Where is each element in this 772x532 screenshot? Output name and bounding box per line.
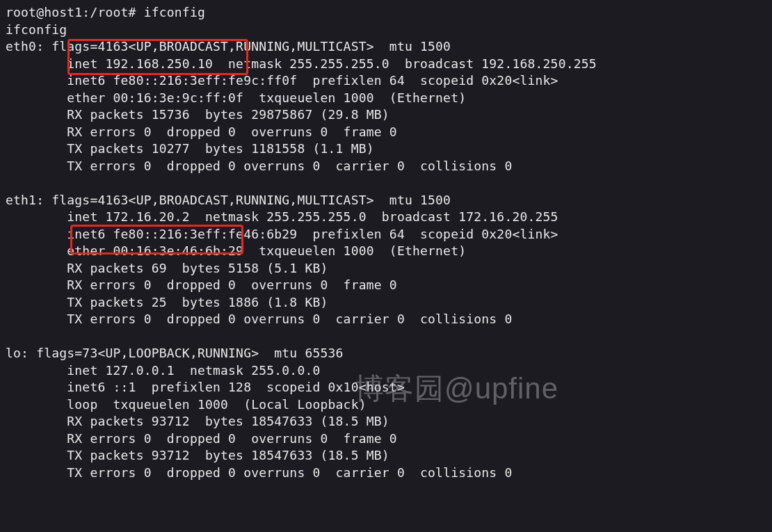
eth1-tx-errors: TX errors 0 dropped 0 overruns 0 carrier… [6,311,766,328]
lo-tx-packets: TX packets 93712 bytes 18547633 (18.5 MB… [6,447,766,465]
eth1-header: eth1: flags=4163<UP,BROADCAST,RUNNING,MU… [6,192,766,209]
lo-rx-packets: RX packets 93712 bytes 18547633 (18.5 MB… [6,413,766,430]
eth0-header: eth0: flags=4163<UP,BROADCAST,RUNNING,MU… [6,38,766,56]
eth1-inet: inet 172.16.20.2 netmask 255.255.255.0 b… [6,209,766,226]
lo-header: lo: flags=73<UP,LOOPBACK,RUNNING> mtu 65… [6,345,766,362]
eth1-ether: ether 00:16:3e:46:6b:29 txqueuelen 1000 … [6,243,766,260]
eth1-tx-packets: TX packets 25 bytes 1886 (1.8 KB) [6,294,766,312]
prompt-line: root@host1:/root# ifconfig [6,4,766,22]
terminal-output[interactable]: root@host1:/root# ifconfig ifconfig eth0… [0,0,772,487]
eth0-inet6: inet6 fe80::216:3eff:fe9c:ff0f prefixlen… [6,72,766,90]
blank-line [6,175,766,192]
eth1-rx-errors: RX errors 0 dropped 0 overruns 0 frame 0 [6,277,766,294]
eth0-tx-errors: TX errors 0 dropped 0 overruns 0 carrier… [6,158,766,175]
eth0-rx-packets: RX packets 15736 bytes 29875867 (29.8 MB… [6,106,766,124]
lo-inet: inet 127.0.0.1 netmask 255.0.0.0 [6,362,766,380]
echo-line: ifconfig [6,22,766,39]
eth0-tx-packets: TX packets 10277 bytes 1181558 (1.1 MB) [6,140,766,158]
lo-rx-errors: RX errors 0 dropped 0 overruns 0 frame 0 [6,430,766,448]
eth0-inet: inet 192.168.250.10 netmask 255.255.255.… [6,56,766,73]
eth0-rx-errors: RX errors 0 dropped 0 overruns 0 frame 0 [6,124,766,141]
eth0-ether: ether 00:16:3e:9c:ff:0f txqueuelen 1000 … [6,90,766,107]
lo-inet6: inet6 ::1 prefixlen 128 scopeid 0x10<hos… [6,379,766,396]
lo-tx-errors: TX errors 0 dropped 0 overruns 0 carrier… [6,465,766,482]
lo-loop: loop txqueuelen 1000 (Local Loopback) [6,396,766,414]
eth1-rx-packets: RX packets 69 bytes 5158 (5.1 KB) [6,260,766,277]
blank-line-2 [6,328,766,346]
eth1-inet6: inet6 fe80::216:3eff:fe46:6b29 prefixlen… [6,226,766,243]
